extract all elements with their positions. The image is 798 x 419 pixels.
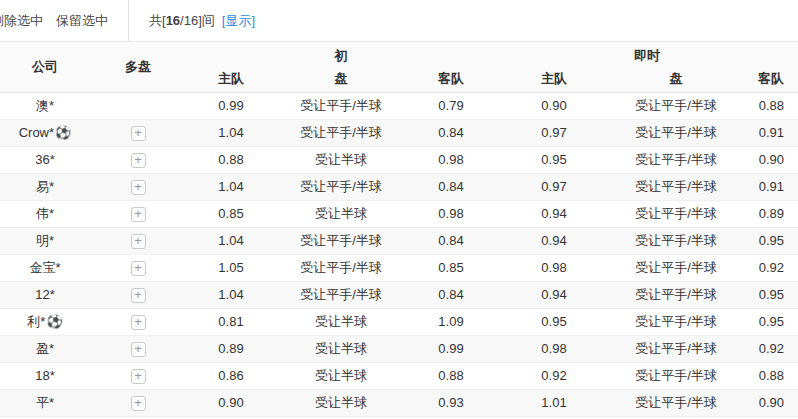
- initial-home-odds: 0.86: [186, 362, 276, 389]
- company-name: 易*: [36, 179, 54, 194]
- company-cell: 盈*: [0, 335, 90, 362]
- company-cell: 12*: [0, 281, 90, 308]
- expand-plus-button[interactable]: +: [131, 180, 146, 195]
- header-group-live: 即时: [496, 42, 798, 67]
- initial-handicap: 受让半球: [276, 200, 406, 227]
- initial-handicap: 受让平手/半球: [276, 173, 406, 200]
- initial-away-odds: 0.85: [406, 254, 496, 281]
- multi-cell: +: [90, 119, 186, 146]
- multi-cell: [90, 92, 186, 119]
- expand-plus-button[interactable]: +: [131, 396, 146, 411]
- initial-home-odds: 1.04: [186, 173, 276, 200]
- live-handicap: 受让平手/半球: [612, 335, 740, 362]
- initial-home-odds: 0.81: [186, 308, 276, 335]
- live-handicap: 受让平手/半球: [612, 362, 740, 389]
- company-name: 36*: [35, 152, 55, 167]
- initial-handicap: 受让半球: [276, 146, 406, 173]
- company-name: Crow*: [19, 125, 54, 140]
- live-away-odds: 0.95: [740, 281, 798, 308]
- initial-handicap: 受让平手/半球: [276, 92, 406, 119]
- live-away-odds: 0.95: [740, 227, 798, 254]
- multi-cell: +: [90, 200, 186, 227]
- header-initial-handicap: 盘: [276, 67, 406, 92]
- expand-plus-button[interactable]: +: [131, 126, 146, 141]
- live-home-odds: 0.90: [496, 92, 612, 119]
- show-link[interactable]: [显示]: [222, 12, 255, 30]
- live-home-odds: 0.97: [496, 119, 612, 146]
- expand-plus-button[interactable]: +: [131, 369, 146, 384]
- expand-plus-button[interactable]: +: [131, 207, 146, 222]
- initial-away-odds: 0.79: [406, 92, 496, 119]
- company-name: 12*: [35, 287, 55, 302]
- initial-home-odds: 0.85: [186, 200, 276, 227]
- table-row: 明* + 1.04 受让平手/半球 0.84 0.94 受让平手/半球 0.95: [0, 227, 798, 254]
- live-handicap: 受让平手/半球: [612, 281, 740, 308]
- header-initial-away: 客队: [406, 67, 496, 92]
- live-handicap: 受让平手/半球: [612, 173, 740, 200]
- table-row: 澳* 0.99 受让平手/半球 0.79 0.90 受让平手/半球 0.88: [0, 92, 798, 119]
- live-away-odds: 0.95: [740, 308, 798, 335]
- company-cell: 明*: [0, 227, 90, 254]
- initial-handicap: 受让半球: [276, 362, 406, 389]
- initial-handicap: 受让半球: [276, 335, 406, 362]
- live-away-odds: 0.88: [740, 92, 798, 119]
- header-group-initial: 初: [186, 42, 496, 67]
- header-multi: 多盘: [90, 42, 186, 92]
- initial-away-odds: 0.84: [406, 173, 496, 200]
- initial-away-odds: 0.93: [406, 389, 496, 416]
- initial-away-odds: 0.98: [406, 200, 496, 227]
- expand-plus-button[interactable]: +: [131, 288, 146, 303]
- company-cell: Crow*⚽: [0, 119, 90, 146]
- keep-selected-button[interactable]: 保留选中: [56, 12, 108, 30]
- expand-plus-button[interactable]: +: [131, 315, 146, 330]
- initial-handicap: 受让半球: [276, 308, 406, 335]
- initial-away-odds: 0.88: [406, 362, 496, 389]
- expand-plus-button[interactable]: +: [131, 261, 146, 276]
- initial-away-odds: 0.84: [406, 281, 496, 308]
- table-row: 平* + 0.90 受让半球 0.93 1.01 受让平手/半球 0.90: [0, 389, 798, 416]
- match-count: 共[16/16]间: [149, 12, 215, 30]
- company-cell: 36*: [0, 146, 90, 173]
- initial-home-odds: 1.04: [186, 281, 276, 308]
- company-cell: 平*: [0, 389, 90, 416]
- multi-cell: +: [90, 146, 186, 173]
- initial-away-odds: 1.09: [406, 308, 496, 335]
- header-live-away: 客队: [740, 67, 798, 92]
- toolbar: 剔除选中 保留选中 共[16/16]间 [显示]: [0, 0, 798, 42]
- live-handicap: 受让平手/半球: [612, 389, 740, 416]
- company-cell: 易*: [0, 173, 90, 200]
- table-row: 12* + 1.04 受让平手/半球 0.84 0.94 受让平手/半球 0.9…: [0, 281, 798, 308]
- multi-cell: +: [90, 254, 186, 281]
- company-cell: 18*: [0, 362, 90, 389]
- company-name: 18*: [35, 368, 55, 383]
- initial-home-odds: 1.05: [186, 254, 276, 281]
- live-home-odds: 0.98: [496, 335, 612, 362]
- live-handicap: 受让平手/半球: [612, 119, 740, 146]
- company-name: 伟*: [36, 206, 54, 221]
- remove-selected-button[interactable]: 剔除选中: [0, 12, 43, 30]
- expand-plus-button[interactable]: +: [131, 342, 146, 357]
- live-away-odds: 0.91: [740, 173, 798, 200]
- initial-handicap: 受让平手/半球: [276, 281, 406, 308]
- header-live-home: 主队: [496, 67, 612, 92]
- multi-cell: +: [90, 362, 186, 389]
- initial-handicap: 受让平手/半球: [276, 227, 406, 254]
- initial-home-odds: 0.89: [186, 335, 276, 362]
- company-cell: 伟*: [0, 200, 90, 227]
- table-row: 金宝* + 1.05 受让平手/半球 0.85 0.98 受让平手/半球 0.9…: [0, 254, 798, 281]
- company-name: 盈*: [36, 341, 54, 356]
- live-away-odds: 0.90: [740, 146, 798, 173]
- table-body: 澳* 0.99 受让平手/半球 0.79 0.90 受让平手/半球 0.88 C…: [0, 92, 798, 416]
- live-away-odds: 0.88: [740, 362, 798, 389]
- initial-home-odds: 1.04: [186, 227, 276, 254]
- expand-plus-button[interactable]: +: [131, 153, 146, 168]
- expand-plus-button[interactable]: +: [131, 234, 146, 249]
- multi-cell: +: [90, 308, 186, 335]
- live-away-odds: 0.90: [740, 389, 798, 416]
- initial-home-odds: 0.99: [186, 92, 276, 119]
- table-row: Crow*⚽ + 1.04 受让平手/半球 0.84 0.97 受让平手/半球 …: [0, 119, 798, 146]
- count-current: 16: [166, 13, 180, 28]
- live-home-odds: 0.95: [496, 146, 612, 173]
- company-cell: 金宝*: [0, 254, 90, 281]
- table-header: 公司 多盘 初 即时 主队 盘 客队 主队 盘 客队: [0, 42, 798, 92]
